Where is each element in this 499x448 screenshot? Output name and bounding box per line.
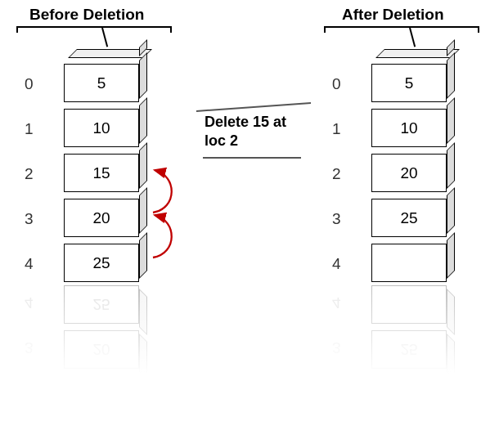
after-index-3: 3 [332,210,341,228]
before-index-0: 0 [25,75,34,93]
cell-value: 5 [405,74,414,92]
cell-value: 10 [92,119,110,137]
before-bracket [16,26,172,47]
after-cell-0: 5 [371,57,455,102]
before-cell-3: 20 [64,192,147,237]
after-title: After Deletion [342,6,444,24]
cell-value: 25 [92,254,110,272]
after-bracket [324,26,479,47]
caption-line2: loc 2 [205,132,238,149]
after-cell-1: 10 [371,102,455,147]
cell-value: 10 [400,119,417,137]
cell-value: 5 [97,74,106,92]
caption-line1: Delete 15 at [205,114,286,130]
before-cell-0: 5 [64,57,147,102]
cell-value: 20 [400,164,417,182]
after-cell-4 [371,237,455,282]
before-cell-1: 10 [64,102,147,147]
before-cell-2: 15 [64,147,147,192]
before-title: Before Deletion [29,6,144,24]
before-index-3: 3 [25,210,34,228]
before-index-1: 1 [25,120,34,138]
before-cell-4: 25 [64,237,147,282]
before-index-2: 2 [25,165,34,183]
caption-line-top [196,102,311,111]
before-index-4: 4 [25,255,34,273]
after-index-1: 1 [332,120,341,138]
after-cell-2: 20 [371,147,455,192]
after-cell-3: 25 [371,192,455,237]
cell-value: 20 [92,209,110,227]
caption-line-bottom [203,157,301,159]
after-index-4: 4 [332,255,341,273]
shift-arrows [143,155,209,286]
after-index-0: 0 [332,75,341,93]
after-index-2: 2 [332,165,341,183]
cell-value: 15 [92,164,110,182]
cell-value: 25 [400,209,417,227]
caption-text: Delete 15 at loc 2 [205,113,286,151]
